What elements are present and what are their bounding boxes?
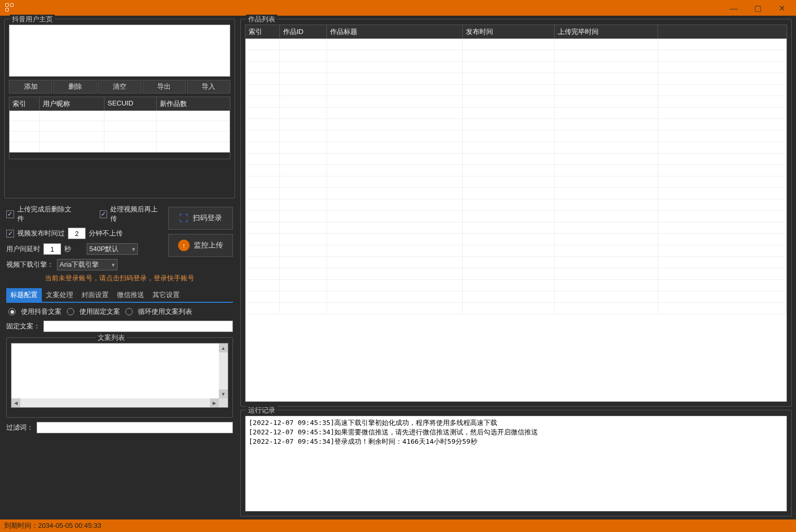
text-list-hscroll[interactable]: ◀ ▶ — [11, 398, 219, 407]
scan-login-button[interactable]: ⛶ 扫码登录 — [168, 207, 233, 230]
radio-use-fixed[interactable] — [67, 308, 74, 315]
group-text-list: 文案列表 ▲ ▼ ◀ ▶ — [6, 337, 233, 418]
minimize-button[interactable]: — — [722, 0, 746, 16]
status-bar: 到期时间：2034-05-05 00:45:33 — [0, 519, 796, 532]
scroll-up-icon[interactable]: ▲ — [219, 344, 228, 352]
chk-delete-after-upload[interactable]: ✓ — [6, 210, 14, 218]
log-textarea[interactable]: [2022-12-07 09:45:35]高速下载引擎初始化成功，程序将使用多线… — [245, 416, 787, 512]
user-url-textarea[interactable] — [9, 25, 230, 77]
radio-use-loop-label: 循环使用文案列表 — [138, 307, 192, 316]
th-works-title[interactable]: 作品标题 — [327, 25, 463, 39]
scroll-right-icon[interactable]: ▶ — [210, 398, 219, 407]
fixed-text-input[interactable] — [43, 321, 233, 332]
log-line: [2022-12-07 09:45:34]如果需要微信推送，请先进行微信推送测试… — [249, 428, 783, 437]
chk-process-then-upload[interactable]: ✓ — [100, 210, 108, 218]
th-works-done[interactable]: 上传完毕时间 — [555, 25, 658, 39]
tab-title-config[interactable]: 标题配置 — [6, 288, 42, 302]
tab-text-process[interactable]: 文案处理 — [42, 288, 77, 302]
log-line: [2022-12-07 09:45:35]高速下载引擎初始化成功，程序将使用多线… — [249, 418, 783, 428]
scroll-left-icon[interactable]: ◀ — [11, 398, 20, 407]
publish-time-suffix: 分钟不上传 — [89, 229, 123, 238]
text-list-title: 文案列表 — [96, 333, 127, 342]
group-user-home: 抖音用户主页 添加 删除 清空 导出 导入 索引 用户昵称 SECUID 新作品… — [4, 19, 235, 198]
filter-input[interactable] — [37, 422, 233, 433]
fixed-text-label: 固定文案： — [6, 322, 40, 331]
scan-icon: ⛶ — [179, 213, 189, 224]
user-delay-label: 用户间延时 — [6, 244, 40, 254]
resolution-select[interactable]: 540P默认 — [87, 243, 138, 255]
add-button[interactable]: 添加 — [9, 80, 52, 93]
th-works-index[interactable]: 索引 — [245, 25, 280, 39]
settings-block: ✓ 上传完成后删除文件 ✓ 处理视频后再上传 ✓ 视频发布时间过 分钟不上传 用… — [4, 202, 235, 441]
config-tabs: 标题配置 文案处理 封面设置 微信推送 其它设置 — [6, 288, 233, 303]
th-newworks[interactable]: 新作品数 — [157, 97, 230, 111]
tab-other-setting[interactable]: 其它设置 — [148, 288, 184, 302]
works-table[interactable]: 索引 作品ID 作品标题 发布时间 上传完毕时间 — [245, 25, 787, 402]
scroll-down-icon[interactable]: ▼ — [219, 389, 228, 398]
delete-button[interactable]: 删除 — [53, 80, 97, 93]
radio-use-douyin[interactable] — [8, 308, 16, 315]
export-button[interactable]: 导出 — [143, 80, 186, 93]
scan-login-label: 扫码登录 — [193, 214, 222, 223]
radio-use-loop[interactable] — [125, 308, 133, 315]
close-button[interactable]: ✕ — [770, 0, 794, 16]
user-delay-suffix: 秒 — [64, 244, 71, 254]
import-button[interactable]: 导入 — [187, 80, 230, 93]
th-index[interactable]: 索引 — [9, 97, 40, 111]
publish-time-input[interactable] — [68, 228, 86, 239]
tab-wechat-push[interactable]: 微信推送 — [113, 288, 148, 302]
status-text: 到期时间：2034-05-05 00:45:33 — [4, 521, 101, 530]
th-works-publish[interactable]: 发布时间 — [463, 25, 555, 39]
group-works-list: 作品列表 索引 作品ID 作品标题 发布时间 上传完毕时间 — [240, 19, 792, 407]
chk-publish-time-label: 视频发布时间过 — [17, 229, 65, 238]
th-nickname[interactable]: 用户昵称 — [40, 97, 104, 111]
radio-use-douyin-label: 使用抖音文案 — [21, 307, 62, 316]
group-user-title: 抖音用户主页 — [10, 15, 55, 24]
login-warning: 当前未登录账号，请点击扫码登录，登录快手账号 — [6, 270, 233, 288]
monitor-upload-label: 监控上传 — [194, 241, 223, 250]
text-list-vscroll[interactable]: ▲ ▼ — [219, 344, 228, 398]
engine-select[interactable]: Aria下载引擎 — [57, 259, 118, 270]
app-logo-icon — [5, 3, 15, 13]
group-log: 运行记录 [2022-12-07 09:45:35]高速下载引擎初始化成功，程序… — [240, 410, 792, 516]
radio-use-fixed-label: 使用固定文案 — [79, 307, 120, 316]
titlebar-right: — ▢ ✕ — [722, 0, 794, 16]
titlebar-left — [2, 3, 15, 13]
chk-publish-time[interactable]: ✓ — [6, 230, 14, 238]
th-secuid[interactable]: SECUID — [104, 97, 157, 111]
tab-cover-setting[interactable]: 封面设置 — [77, 288, 113, 302]
filter-label: 过滤词： — [6, 423, 33, 432]
user-table[interactable]: 索引 用户昵称 SECUID 新作品数 — [9, 97, 230, 159]
monitor-upload-button[interactable]: ↑ 监控上传 — [168, 234, 233, 257]
log-line: [2022-12-07 09:45:34]登录成功！剩余时间：4166天14小时… — [249, 437, 783, 446]
chk-process-then-upload-label: 处理视频后再上传 — [110, 205, 163, 223]
engine-label: 视频下载引擎： — [6, 260, 54, 269]
th-works-id[interactable]: 作品ID — [280, 25, 327, 39]
title-bar: — ▢ ✕ — [0, 0, 796, 16]
user-delay-input[interactable] — [43, 243, 61, 255]
upload-icon: ↑ — [178, 240, 190, 251]
works-list-title: 作品列表 — [246, 15, 277, 24]
clear-button[interactable]: 清空 — [98, 80, 141, 93]
text-list[interactable]: ▲ ▼ ◀ ▶ — [11, 343, 228, 408]
maximize-button[interactable]: ▢ — [746, 0, 770, 16]
chk-delete-after-upload-label: 上传完成后删除文件 — [17, 205, 76, 223]
log-title: 运行记录 — [246, 406, 277, 415]
